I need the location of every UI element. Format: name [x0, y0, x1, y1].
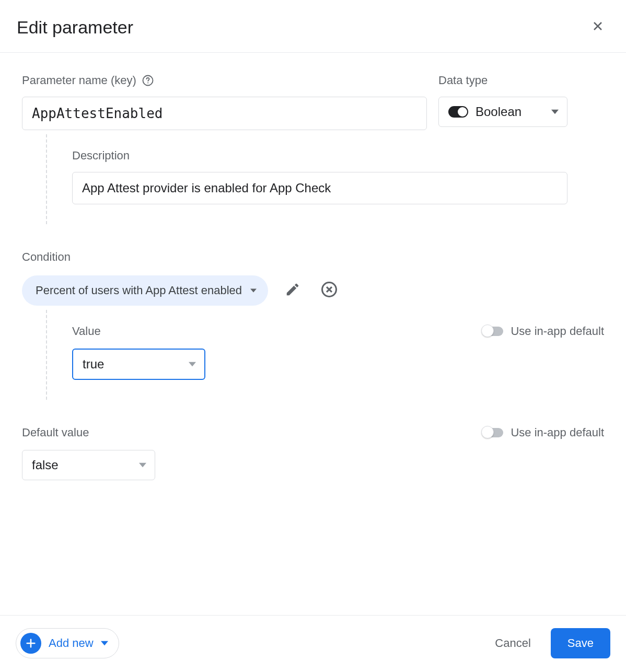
chevron-down-icon — [250, 287, 257, 294]
condition-value-block: Value Use in-app default true — [46, 310, 604, 400]
value-label: Value — [72, 325, 101, 338]
switch-icon — [483, 327, 503, 336]
footer-actions: Cancel Save — [492, 628, 610, 658]
data-type-group: Data type Boolean — [438, 74, 567, 127]
default-value-select[interactable]: false — [22, 450, 155, 480]
plus-icon — [20, 633, 41, 654]
remove-condition-button[interactable] — [317, 277, 341, 304]
chevron-down-icon — [101, 640, 108, 647]
default-value-text: false — [32, 458, 59, 472]
data-type-label: Data type — [438, 74, 567, 87]
condition-section-label: Condition — [22, 250, 604, 264]
condition-chip-text: Percent of users with App Attest enabled — [36, 284, 242, 297]
chevron-down-icon — [551, 108, 559, 115]
condition-value-header: Value Use in-app default — [72, 325, 604, 338]
cancel-button[interactable]: Cancel — [492, 629, 534, 657]
default-value-header: Default value Use in-app default — [22, 426, 604, 439]
chevron-down-icon — [139, 461, 146, 469]
help-icon[interactable] — [142, 74, 154, 87]
close-circle-icon — [320, 281, 338, 300]
description-block: Description — [46, 134, 604, 224]
condition-use-default-switch[interactable]: Use in-app default — [483, 325, 604, 338]
close-button[interactable] — [586, 15, 609, 40]
param-name-input[interactable] — [22, 97, 427, 130]
description-label: Description — [72, 149, 604, 163]
condition-row: Percent of users with App Attest enabled — [22, 275, 604, 306]
svg-point-1 — [147, 83, 148, 84]
param-name-group: Parameter name (key) — [22, 74, 427, 130]
default-use-default-switch[interactable]: Use in-app default — [483, 426, 604, 439]
add-new-label: Add new — [49, 636, 94, 650]
condition-chip[interactable]: Percent of users with App Attest enabled — [22, 275, 268, 306]
top-row: Parameter name (key) Data type Boolean — [22, 74, 604, 130]
default-use-default-label: Use in-app default — [511, 426, 604, 439]
condition-value-select[interactable]: true — [72, 349, 205, 380]
data-type-select[interactable]: Boolean — [438, 97, 567, 127]
param-name-label-text: Parameter name (key) — [22, 74, 136, 87]
switch-icon — [483, 428, 503, 437]
default-value-label: Default value — [22, 426, 89, 439]
param-name-label: Parameter name (key) — [22, 74, 427, 87]
save-button[interactable]: Save — [551, 628, 610, 658]
condition-value-text: true — [83, 357, 104, 372]
dialog-content: Parameter name (key) Data type Boolean — [0, 53, 626, 615]
pencil-icon — [285, 282, 300, 299]
dialog-header: Edit parameter — [0, 0, 626, 53]
boolean-type-icon — [448, 106, 468, 118]
dialog-footer: Add new Cancel Save — [0, 615, 626, 672]
chevron-down-icon — [189, 361, 196, 368]
condition-use-default-label: Use in-app default — [511, 325, 604, 338]
add-new-button[interactable]: Add new — [16, 628, 119, 658]
edit-parameter-dialog: Edit parameter Parameter name (key) Data… — [0, 0, 626, 672]
close-icon — [590, 19, 605, 36]
description-input[interactable] — [72, 172, 567, 204]
dialog-title: Edit parameter — [17, 17, 133, 38]
edit-condition-button[interactable] — [282, 279, 304, 303]
data-type-value: Boolean — [476, 105, 521, 119]
